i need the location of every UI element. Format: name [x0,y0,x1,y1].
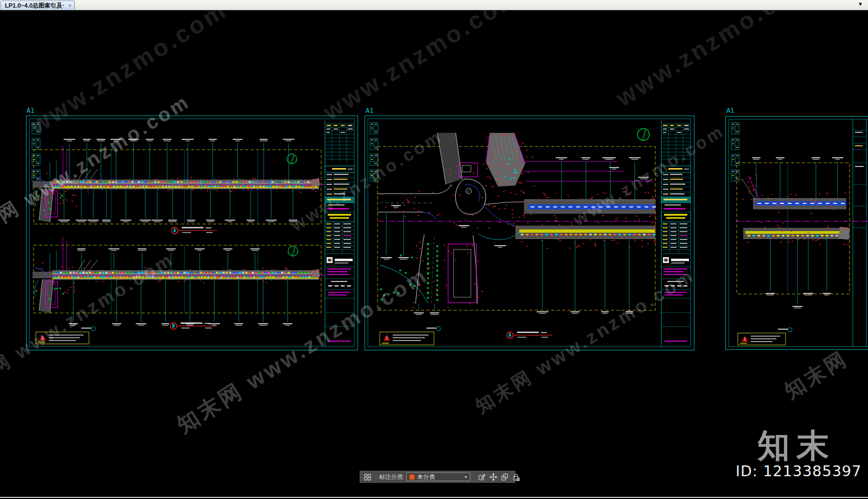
dropdown-value: 未分类 [417,473,462,481]
annotation-category-label: 标注分类 [379,473,403,481]
sheet-size-label: A1 [27,107,34,114]
sheet-size-label: A1 [366,107,373,114]
sheet-right [726,117,868,350]
sheet-middle: A [365,116,694,350]
asset-id: ID: 1213385397 [736,463,861,479]
toolbar-separator [375,473,376,481]
svg-text:A: A [174,228,176,233]
file-tab[interactable]: LP1.0~4.0总图索引及· × [1,1,75,10]
model-tab-label: 模型 [7,490,18,496]
paste-icon[interactable] [512,473,520,481]
layout-tab-bar: 模型 总平索引及分区索引图分区尺寸标高图分区铺装材质平面图分区植物配置平面图分区… [0,489,868,498]
copy-icon[interactable] [501,473,509,481]
edit-icon[interactable] [478,473,486,481]
annotation-toolbar: 标注分类 未分类 ▼ [360,471,515,483]
toolbar-separator [474,473,475,481]
svg-text:B: B [173,324,175,329]
chevron-down-icon: ▼ [464,475,468,479]
titlebar: LP1.0~4.0总图索引及· × ▼ [0,0,868,10]
drawing-canvas[interactable]: ABA [0,0,868,499]
category-color-swatch [409,474,415,480]
sheet-size-label: A1 [726,107,734,114]
znzmo-logo: 知末 [757,424,835,468]
move-icon[interactable] [489,473,497,481]
category-dropdown[interactable]: 未分类 ▼ [406,472,470,481]
file-tab-label: LP1.0~4.0总图索引及· [5,2,65,10]
sheet-left: AB [27,116,358,350]
close-icon[interactable]: × [68,3,72,9]
viewport[interactable]: ABA www.znzmo.comwww.znzmo.comwww.znzmo.… [0,0,868,499]
svg-text:A: A [509,333,512,338]
chevron-down-icon[interactable]: ▼ [858,1,863,7]
grid-icon[interactable] [363,473,372,481]
